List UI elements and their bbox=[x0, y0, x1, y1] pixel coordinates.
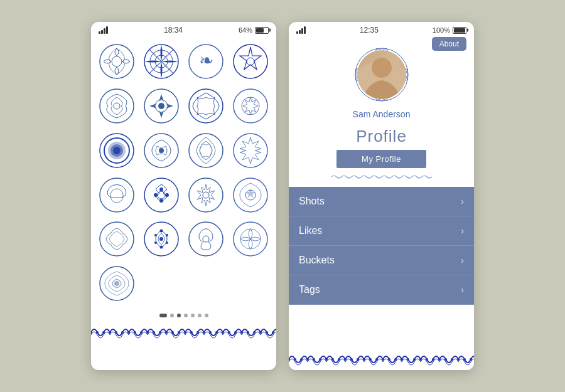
svg-point-25 bbox=[234, 134, 267, 167]
svg-rect-65 bbox=[289, 348, 474, 370]
svg-point-30 bbox=[159, 199, 163, 203]
svg-point-34 bbox=[203, 192, 209, 198]
chevron-right-icon: › bbox=[461, 196, 464, 206]
user-name: Sam Anderson bbox=[353, 109, 411, 119]
ornament-icon bbox=[232, 132, 269, 169]
grid-item[interactable] bbox=[186, 220, 226, 259]
menu-item-tags[interactable]: Tags › bbox=[289, 275, 474, 305]
pagination-dot-4[interactable] bbox=[184, 314, 188, 317]
pagination-dot-2[interactable] bbox=[170, 314, 174, 317]
grid-item[interactable] bbox=[142, 42, 181, 82]
svg-point-23 bbox=[159, 148, 164, 153]
ornament-icon bbox=[188, 132, 224, 169]
grid-item[interactable] bbox=[230, 131, 270, 171]
svg-point-32 bbox=[165, 193, 169, 197]
grid-item[interactable] bbox=[142, 87, 181, 126]
pagination-dot-3[interactable] bbox=[177, 314, 181, 317]
svg-point-28 bbox=[158, 191, 165, 199]
battery-percent-right: 100% bbox=[433, 26, 450, 34]
chevron-right-icon: › bbox=[461, 255, 464, 265]
ornament-icon: ❧ bbox=[188, 43, 224, 80]
profile-section: About Sa bbox=[289, 37, 474, 187]
ornaments-grid: ❧ bbox=[91, 37, 276, 309]
grid-item[interactable] bbox=[186, 131, 226, 171]
svg-point-8 bbox=[247, 58, 254, 65]
left-status-bar: 18:34 64% bbox=[91, 22, 276, 37]
svg-point-27 bbox=[144, 178, 178, 212]
signal-icon-right bbox=[296, 26, 306, 34]
svg-point-21 bbox=[113, 147, 121, 154]
ornament-icon bbox=[232, 177, 269, 213]
ornament-icon bbox=[143, 221, 180, 257]
menu-item-buckets[interactable]: Buckets › bbox=[289, 246, 474, 275]
svg-point-45 bbox=[166, 241, 168, 244]
battery-area: 64% bbox=[239, 26, 269, 34]
ornament-icon bbox=[99, 221, 135, 257]
svg-point-13 bbox=[158, 103, 164, 109]
ornament-icon bbox=[143, 43, 180, 80]
avatar-container bbox=[353, 46, 410, 103]
bottom-decoration bbox=[91, 321, 276, 343]
pagination-dot-5[interactable] bbox=[191, 314, 195, 317]
grid-item[interactable] bbox=[97, 220, 137, 259]
menu-item-likes[interactable]: Likes › bbox=[289, 216, 474, 246]
battery-icon-right bbox=[453, 27, 466, 34]
grid-item[interactable] bbox=[97, 131, 137, 171]
pagination bbox=[91, 309, 276, 321]
svg-point-51 bbox=[114, 281, 119, 286]
wave-pattern-svg-right bbox=[289, 348, 474, 370]
ornament-icon bbox=[143, 88, 180, 124]
grid-item[interactable] bbox=[230, 175, 270, 215]
svg-point-0 bbox=[100, 45, 134, 78]
grid-item[interactable]: ❧ bbox=[186, 42, 226, 82]
grid-item[interactable] bbox=[230, 42, 270, 82]
grid-item[interactable] bbox=[186, 87, 226, 126]
grid-item[interactable] bbox=[142, 175, 181, 215]
ornament-icon bbox=[188, 221, 224, 257]
bottom-decoration-right bbox=[289, 348, 474, 370]
signal-area bbox=[99, 26, 108, 34]
svg-point-46 bbox=[189, 222, 223, 256]
right-status-bar: 12:35 100% bbox=[289, 22, 474, 37]
ornament-icon bbox=[99, 177, 135, 213]
svg-point-47 bbox=[203, 236, 209, 242]
ornament-icon bbox=[99, 88, 135, 124]
avatar-person bbox=[357, 50, 406, 99]
pagination-dot-6[interactable] bbox=[198, 314, 202, 317]
grid-item[interactable] bbox=[230, 87, 270, 126]
chevron-right-icon: › bbox=[461, 285, 464, 295]
menu-label-buckets: Buckets bbox=[299, 255, 335, 266]
grid-item[interactable] bbox=[97, 87, 137, 126]
svg-point-31 bbox=[154, 193, 158, 197]
ornament-icon bbox=[143, 177, 180, 213]
signal-icon bbox=[99, 26, 108, 34]
right-time: 12:35 bbox=[360, 26, 379, 34]
svg-point-59 bbox=[372, 58, 392, 78]
svg-point-41 bbox=[160, 246, 163, 249]
ornament-icon bbox=[188, 177, 224, 213]
svg-point-29 bbox=[159, 188, 163, 191]
svg-point-10 bbox=[114, 103, 120, 109]
svg-rect-56 bbox=[91, 321, 276, 343]
menu-label-shots: Shots bbox=[299, 196, 325, 207]
svg-point-37 bbox=[100, 222, 134, 256]
ornament-icon bbox=[232, 221, 269, 257]
grid-item[interactable] bbox=[230, 220, 270, 259]
grid-item[interactable] bbox=[186, 175, 226, 215]
menu-item-shots[interactable]: Shots › bbox=[289, 187, 474, 216]
battery-area-right: 100% bbox=[433, 26, 466, 34]
about-button[interactable]: About bbox=[432, 37, 466, 51]
svg-point-15 bbox=[234, 89, 267, 123]
menu-label-tags: Tags bbox=[299, 284, 320, 295]
ornament-icon bbox=[232, 88, 269, 124]
grid-item[interactable] bbox=[142, 131, 181, 171]
ornament-icon bbox=[188, 88, 224, 124]
ornament-icon bbox=[99, 132, 135, 169]
grid-item[interactable] bbox=[97, 175, 137, 215]
pagination-dot-1[interactable] bbox=[159, 314, 167, 317]
grid-item[interactable] bbox=[97, 42, 137, 82]
grid-item[interactable] bbox=[142, 220, 181, 259]
my-profile-button[interactable]: My Profile bbox=[336, 150, 426, 168]
pagination-dot-7[interactable] bbox=[205, 314, 208, 317]
grid-item[interactable] bbox=[97, 264, 137, 304]
